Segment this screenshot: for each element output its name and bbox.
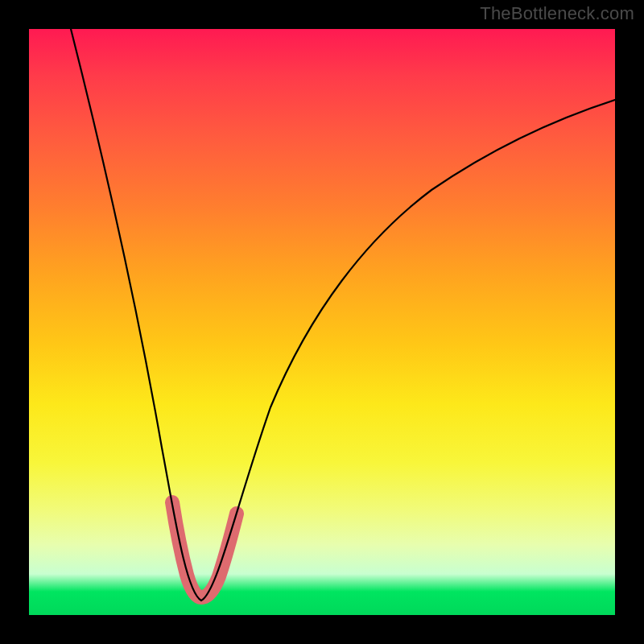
curve-svg (29, 29, 615, 615)
bottleneck-line (71, 29, 615, 601)
watermark-text: TheBottleneck.com (480, 3, 634, 24)
chart-container: TheBottleneck.com (0, 0, 644, 644)
